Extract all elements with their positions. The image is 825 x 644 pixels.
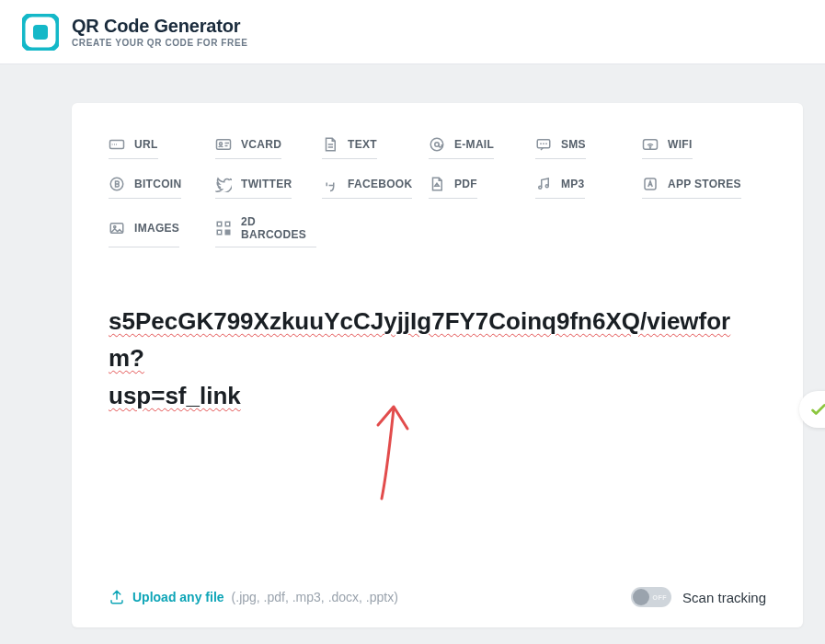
upload-label: Upload any file — [132, 590, 224, 604]
svg-point-9 — [650, 147, 651, 148]
url-icon — [109, 136, 125, 153]
upload-file-button[interactable]: Upload any file (.jpg, .pdf, .mp3, .docx… — [109, 589, 398, 605]
app-subtitle: CREATE YOUR QR CODE FOR FREE — [72, 38, 247, 48]
content-type-grid: URL VCARD TEXT E-MAIL SMS — [109, 136, 766, 247]
images-icon — [109, 220, 125, 236]
brand-logo-icon — [22, 14, 59, 51]
type-label: IMAGES — [134, 222, 179, 235]
scan-tracking-label: Scan tracking — [682, 590, 766, 605]
svg-point-15 — [114, 225, 116, 227]
type-wifi[interactable]: WIFI — [642, 136, 693, 159]
type-label: TEXT — [348, 138, 377, 151]
pdf-icon — [429, 176, 445, 192]
type-label: BITCOIN — [134, 178, 181, 190]
svg-point-11 — [539, 186, 542, 189]
barcodes-icon — [215, 220, 232, 236]
upload-icon — [109, 589, 125, 605]
type-sms[interactable]: SMS — [535, 136, 586, 159]
mp3-icon — [535, 176, 552, 192]
app-title: QR Code Generator — [72, 16, 247, 37]
bitcoin-icon — [109, 176, 125, 192]
type-email[interactable]: E-MAIL — [429, 136, 494, 159]
type-label: SMS — [561, 138, 586, 151]
type-label: TWITTER — [241, 178, 292, 190]
svg-point-12 — [545, 185, 548, 188]
email-icon — [429, 136, 445, 153]
scan-tracking-control: OFF Scan tracking — [631, 587, 766, 607]
scan-tracking-toggle[interactable]: OFF — [631, 587, 671, 607]
toggle-state: OFF — [653, 594, 668, 601]
svg-point-4 — [220, 143, 223, 145]
type-label: APP STORES — [668, 178, 741, 190]
input-line-1: s5PecGK799XzkuuYcCJyjjIg7FY7Coinq9fn6XQ/… — [109, 307, 730, 372]
type-url[interactable]: URL — [109, 136, 158, 159]
type-bitcoin[interactable]: BITCOIN — [109, 176, 181, 199]
facebook-icon — [322, 176, 338, 192]
twitter-icon — [215, 176, 232, 192]
type-label: MP3 — [561, 178, 585, 190]
type-pdf[interactable]: PDF — [429, 176, 477, 199]
type-label: E-MAIL — [454, 138, 494, 151]
checkmark-icon — [808, 399, 825, 420]
type-facebook[interactable]: FACEBOOK — [322, 176, 412, 199]
upload-hint: (.jpg, .pdf, .mp3, .docx, .pptx) — [232, 590, 398, 604]
type-mp3[interactable]: MP3 — [535, 176, 585, 199]
svg-rect-16 — [217, 222, 222, 226]
type-vcard[interactable]: VCARD — [215, 136, 281, 159]
type-label: PDF — [454, 178, 477, 190]
svg-rect-1 — [33, 25, 48, 40]
svg-rect-18 — [217, 230, 222, 235]
type-label: URL — [134, 138, 158, 151]
type-text[interactable]: TEXT — [322, 136, 377, 159]
type-label: 2D BARCODES — [241, 215, 316, 241]
appstores-icon — [642, 176, 659, 192]
svg-rect-3 — [217, 140, 231, 150]
type-label: VCARD — [241, 138, 281, 151]
type-images[interactable]: IMAGES — [109, 215, 179, 247]
side-peek-badge[interactable] — [799, 391, 825, 428]
card-footer: Upload any file (.jpg, .pdf, .mp3, .docx… — [109, 587, 766, 607]
type-appstores[interactable]: APP STORES — [642, 176, 741, 199]
generator-card: URL VCARD TEXT E-MAIL SMS — [72, 103, 803, 627]
input-line-2: usp=sf_link — [109, 382, 241, 409]
type-label: FACEBOOK — [348, 178, 412, 190]
type-twitter[interactable]: TWITTER — [215, 176, 292, 199]
toggle-knob-icon — [633, 589, 649, 605]
sms-icon — [535, 136, 552, 153]
vcard-icon — [215, 136, 232, 153]
content-input[interactable]: s5PecGK799XzkuuYcCJyjjIg7FY7Coinq9fn6XQ/… — [109, 303, 766, 542]
type-2d-barcodes[interactable]: 2D BARCODES — [215, 215, 316, 247]
type-label: WIFI — [668, 138, 693, 151]
wifi-icon — [642, 136, 659, 153]
svg-rect-17 — [225, 222, 230, 226]
app-header: QR Code Generator CREATE YOUR QR CODE FO… — [0, 0, 825, 64]
text-icon — [322, 136, 338, 153]
